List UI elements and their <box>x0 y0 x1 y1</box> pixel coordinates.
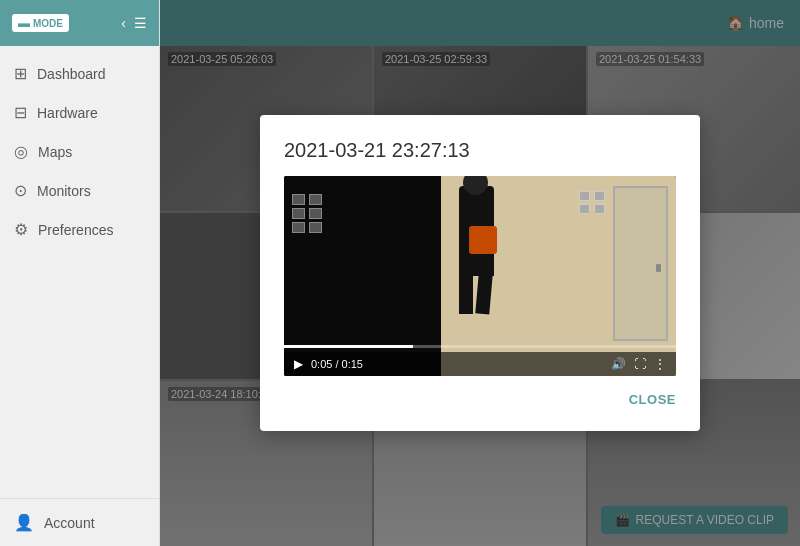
video-control-icons: 🔊 ⛶ ⋮ <box>611 357 666 371</box>
sidebar-item-hardware[interactable]: ⊟ Hardware <box>0 93 159 132</box>
sidebar-item-label: Maps <box>38 144 72 160</box>
more-icon[interactable]: ⋮ <box>654 357 666 371</box>
logo-icon: ▬ <box>18 16 30 30</box>
video-time: 0:05 / 0:15 <box>311 358 603 370</box>
video-controls: ▶ 0:05 / 0:15 🔊 ⛶ ⋮ <box>284 352 676 376</box>
sidebar-item-maps[interactable]: ◎ Maps <box>0 132 159 171</box>
person-figure <box>449 186 504 316</box>
sidebar-footer-account[interactable]: 👤 Account <box>0 498 159 546</box>
volume-icon[interactable]: 🔊 <box>611 357 626 371</box>
close-button[interactable]: CLOSE <box>629 392 676 407</box>
account-label: Account <box>44 515 95 531</box>
monitors-icon: ⊙ <box>14 181 27 200</box>
sidebar-header: ▬ MODE ‹ ☰ <box>0 0 159 46</box>
back-icon[interactable]: ‹ <box>121 15 126 31</box>
door-element <box>613 186 668 341</box>
sidebar-nav-controls: ‹ ☰ <box>121 15 147 31</box>
progress-bar-track[interactable] <box>284 345 676 348</box>
sidebar-item-preferences[interactable]: ⚙ Preferences <box>0 210 159 249</box>
account-icon: 👤 <box>14 513 34 532</box>
sidebar-item-dashboard[interactable]: ⊞ Dashboard <box>0 54 159 93</box>
modal-title: 2021-03-21 23:27:13 <box>284 139 676 162</box>
menu-icon[interactable]: ☰ <box>134 15 147 31</box>
preferences-icon: ⚙ <box>14 220 28 239</box>
main-content: 🏠 home 2021-03-25 05:26:03 2021-03-25 02… <box>160 0 800 546</box>
right-panels <box>579 191 606 214</box>
sidebar-item-monitors[interactable]: ⊙ Monitors <box>0 171 159 210</box>
progress-bar-fill <box>284 345 413 348</box>
sidebar-menu: ⊞ Dashboard ⊟ Hardware ◎ Maps ⊙ Monitors… <box>0 46 159 498</box>
video-scene: ▶ 0:05 / 0:15 🔊 ⛶ ⋮ <box>284 176 676 376</box>
modal-overlay: 2021-03-21 23:27:13 <box>160 0 800 546</box>
fullscreen-icon[interactable]: ⛶ <box>634 357 646 371</box>
sidebar-item-label: Preferences <box>38 222 113 238</box>
sidebar-item-label: Monitors <box>37 183 91 199</box>
sidebar-logo: ▬ MODE <box>12 14 69 32</box>
modal-footer: CLOSE <box>284 392 676 407</box>
sidebar-item-label: Hardware <box>37 105 98 121</box>
logo-text: MODE <box>33 18 63 29</box>
sidebar: ▬ MODE ‹ ☰ ⊞ Dashboard ⊟ Hardware ◎ Maps… <box>0 0 160 546</box>
video-player[interactable]: ▶ 0:05 / 0:15 🔊 ⛶ ⋮ <box>284 176 676 376</box>
maps-icon: ◎ <box>14 142 28 161</box>
play-button[interactable]: ▶ <box>294 357 303 371</box>
dashboard-icon: ⊞ <box>14 64 27 83</box>
sidebar-item-label: Dashboard <box>37 66 106 82</box>
left-panels <box>292 194 323 233</box>
hardware-icon: ⊟ <box>14 103 27 122</box>
video-modal: 2021-03-21 23:27:13 <box>260 115 700 431</box>
